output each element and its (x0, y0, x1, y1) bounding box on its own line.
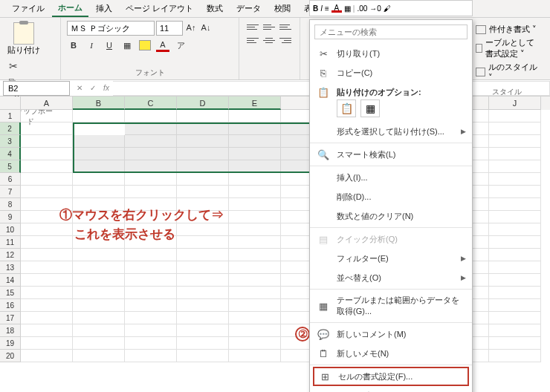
accept-formula-icon[interactable]: ✓ (86, 82, 100, 95)
cell[interactable] (489, 249, 541, 261)
cell[interactable] (73, 312, 125, 324)
cell[interactable] (177, 350, 229, 362)
cell[interactable] (229, 249, 281, 261)
font-color-button[interactable]: A (156, 39, 169, 52)
row-header[interactable]: 2 (0, 122, 21, 135)
menu-formulas[interactable]: 数式 (201, 1, 229, 16)
cell[interactable] (489, 148, 541, 160)
cell[interactable] (21, 236, 73, 249)
row-header[interactable]: 11 (0, 236, 21, 249)
cell[interactable] (177, 223, 229, 236)
cell[interactable] (229, 274, 281, 287)
cell[interactable] (73, 110, 125, 122)
font-size-select[interactable] (156, 21, 183, 36)
cm-new-note[interactable]: 🗒 新しいメモ(N) (310, 344, 472, 363)
cell[interactable] (489, 261, 541, 274)
cell[interactable] (229, 110, 281, 122)
cell[interactable] (21, 160, 73, 173)
cell[interactable] (21, 274, 73, 287)
align-left-button[interactable] (245, 34, 260, 46)
cell[interactable] (229, 337, 281, 350)
cell[interactable] (73, 186, 125, 198)
cell[interactable] (177, 274, 229, 287)
cm-paste-special[interactable]: 形式を選択して貼り付け(S)... ▶ (310, 122, 472, 141)
cell[interactable] (489, 122, 541, 135)
cell[interactable] (21, 350, 73, 362)
cell[interactable] (125, 337, 177, 350)
cell[interactable] (229, 186, 281, 198)
cut-icon[interactable]: ✂ (9, 60, 19, 72)
cell[interactable] (125, 274, 177, 287)
align-top-button[interactable] (245, 21, 260, 33)
cell[interactable] (21, 110, 73, 122)
col-header[interactable]: A (21, 97, 73, 110)
col-header[interactable]: C (125, 97, 177, 110)
row-header[interactable]: 19 (0, 337, 21, 350)
paste-button[interactable]: 貼り付け (6, 21, 42, 57)
row-header[interactable]: 10 (0, 223, 21, 236)
cell[interactable] (177, 312, 229, 324)
cm-delete[interactable]: 削除(D)... (310, 187, 472, 206)
conditional-format-button[interactable]: 件付き書式 ˅ (476, 24, 538, 35)
cell[interactable] (489, 186, 541, 198)
cell[interactable] (229, 223, 281, 236)
cell[interactable] (229, 312, 281, 324)
cell[interactable] (21, 249, 73, 261)
italic-button[interactable]: I (85, 39, 98, 52)
paste-option-values[interactable]: 📋 (337, 99, 356, 117)
cell[interactable] (177, 249, 229, 261)
align-bottom-button[interactable] (278, 21, 293, 33)
cell[interactable] (489, 299, 541, 312)
cell[interactable] (489, 274, 541, 287)
cell[interactable] (21, 186, 73, 198)
cell[interactable] (229, 173, 281, 186)
cell[interactable] (177, 287, 229, 299)
cm-insert[interactable]: 挿入(I)... (310, 168, 472, 187)
cell[interactable] (177, 337, 229, 350)
row-header[interactable]: 4 (0, 148, 21, 160)
cm-dropdown-list[interactable]: ドロップダウン リストから選択(K)... (310, 387, 472, 392)
cell[interactable] (125, 312, 177, 324)
cell[interactable] (489, 211, 541, 223)
row-header[interactable]: 7 (0, 186, 21, 198)
mini-font-color-button[interactable]: A (331, 4, 342, 13)
row-header[interactable]: 8 (0, 198, 21, 211)
cell[interactable] (73, 249, 125, 261)
cell[interactable] (21, 173, 73, 186)
cell-styles-button[interactable]: ルのスタイル ˅ (476, 62, 538, 82)
fx-button[interactable]: fx (100, 82, 113, 95)
border-button[interactable]: ▦ (120, 39, 134, 52)
cell[interactable] (125, 173, 177, 186)
row-header[interactable]: 20 (0, 350, 21, 362)
cell[interactable] (489, 135, 541, 148)
row-header[interactable]: 5 (0, 160, 21, 173)
cell[interactable] (229, 198, 281, 211)
cm-filter[interactable]: フィルター(E) ▶ (310, 249, 472, 268)
cell[interactable] (21, 324, 73, 337)
cell[interactable] (489, 287, 541, 299)
name-box[interactable] (3, 81, 70, 96)
cell[interactable] (229, 236, 281, 249)
cell[interactable] (125, 249, 177, 261)
cell[interactable] (229, 261, 281, 274)
mini-border-button[interactable]: ▦ (344, 4, 351, 13)
cm-smart-lookup[interactable]: 🔍 スマート検索(L) (310, 145, 472, 164)
cell[interactable] (489, 312, 541, 324)
align-middle-button[interactable] (262, 21, 276, 33)
cell[interactable] (229, 299, 281, 312)
mini-decimal-button[interactable]: .00 →0 (357, 4, 381, 13)
font-name-select[interactable] (67, 21, 155, 36)
cell[interactable] (73, 274, 125, 287)
row-header[interactable]: 18 (0, 324, 21, 337)
cm-get-data[interactable]: ▦ テーブルまたは範囲からデータを取得(G)... (310, 291, 472, 321)
cell[interactable] (125, 110, 177, 122)
row-header[interactable]: 12 (0, 249, 21, 261)
menu-review[interactable]: 校閲 (268, 1, 297, 16)
row-header[interactable]: 17 (0, 312, 21, 324)
cm-new-comment[interactable]: 💬 新しいコメント(M) (310, 324, 472, 344)
cell[interactable] (21, 135, 73, 148)
decrease-font-icon[interactable]: A↓ (199, 21, 213, 34)
menu-file[interactable]: ファイル (6, 1, 51, 16)
col-header[interactable]: B (73, 97, 125, 110)
cm-sort[interactable]: 並べ替え(O) ▶ (310, 268, 472, 287)
